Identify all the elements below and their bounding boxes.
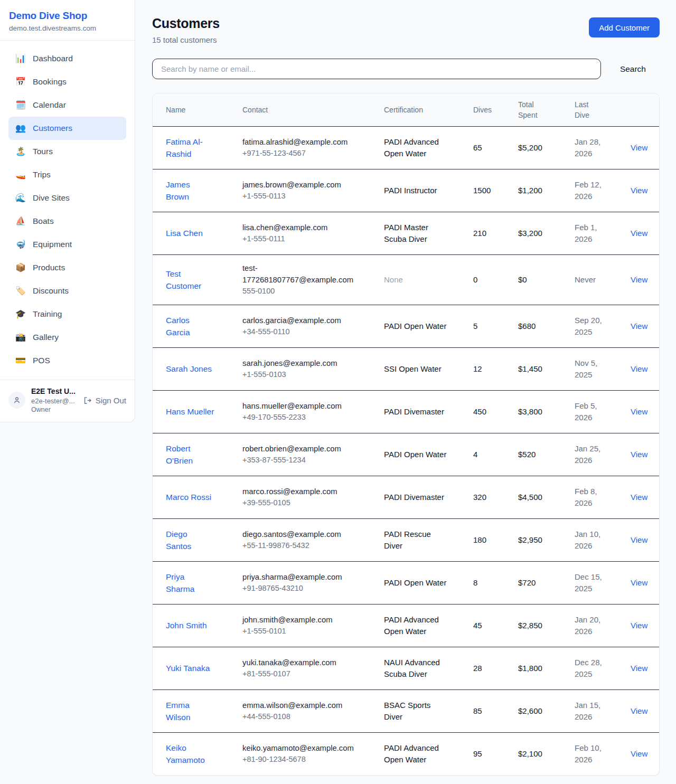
- sidebar-item-dashboard[interactable]: 📊 Dashboard: [8, 47, 126, 70]
- table-row: Carlos Garcia carlos.garcia@example.com …: [153, 305, 659, 347]
- customer-dives: 28: [473, 655, 518, 682]
- sidebar-item-pos[interactable]: 💳 POS: [8, 349, 126, 372]
- customer-email: diego.santos@example.com: [242, 528, 360, 540]
- sidebar-item-trips[interactable]: 🚤 Trips: [8, 163, 126, 186]
- customer-dives: 4: [473, 441, 518, 468]
- view-link[interactable]: View: [631, 322, 647, 330]
- customer-last-dive: Feb 12, 2026: [575, 172, 631, 210]
- customer-dives: 0: [473, 267, 518, 294]
- sidebar-item-products[interactable]: 📦 Products: [8, 256, 126, 279]
- search-button[interactable]: Search: [615, 60, 651, 78]
- view-link[interactable]: View: [631, 229, 647, 238]
- column-header-certification: Certification: [384, 99, 473, 120]
- diving-mask-icon: 🤿: [15, 240, 26, 249]
- sidebar-item-equipment[interactable]: 🤿 Equipment: [8, 233, 126, 256]
- customer-last-dive: Jan 25, 2026: [575, 436, 631, 474]
- column-header-contact: Contact: [242, 99, 384, 120]
- customer-email: james.brown@example.com: [242, 179, 360, 191]
- customer-name-link[interactable]: Fatima Al-Rashid: [166, 137, 203, 159]
- view-link[interactable]: View: [631, 664, 647, 673]
- customer-name-link[interactable]: Carlos Garcia: [166, 316, 190, 337]
- sidebar-item-boats[interactable]: ⛵ Boats: [8, 210, 126, 233]
- customer-certification: PADI Divemaster: [384, 399, 473, 426]
- view-link[interactable]: View: [631, 364, 647, 373]
- customer-dives: 12: [473, 356, 518, 383]
- sidebar-item-training[interactable]: 🎓 Training: [8, 303, 126, 326]
- sign-out-icon: [83, 396, 92, 405]
- customer-dives: 95: [473, 741, 518, 768]
- customer-email: test-1772681807767@example.com: [242, 262, 360, 286]
- view-link[interactable]: View: [631, 535, 647, 544]
- add-customer-button[interactable]: Add Customer: [589, 17, 660, 37]
- column-header-last-dive: Last Dive: [575, 94, 631, 126]
- customer-name-link[interactable]: Priya Sharma: [166, 572, 194, 594]
- customer-certification: PADI Open Water: [384, 570, 473, 597]
- sidebar-item-gallery[interactable]: 📸 Gallery: [8, 326, 126, 349]
- view-link[interactable]: View: [631, 450, 647, 459]
- view-link[interactable]: View: [631, 143, 647, 152]
- customer-total-spent: $1,800: [518, 655, 575, 682]
- view-link[interactable]: View: [631, 186, 647, 195]
- sidebar-item-dive-sites[interactable]: 🌊 Dive Sites: [8, 186, 126, 210]
- customer-email: marco.rossi@example.com: [242, 486, 360, 497]
- customer-name-link[interactable]: Keiko Yamamoto: [166, 743, 205, 765]
- view-link[interactable]: View: [631, 621, 647, 630]
- customer-phone: +81-90-1234-5678: [242, 754, 360, 766]
- customer-name-link[interactable]: James Brown: [166, 180, 190, 202]
- customer-total-spent: $680: [518, 313, 575, 340]
- customer-name-link[interactable]: Test Customer: [166, 269, 201, 291]
- customer-name-link[interactable]: John Smith: [166, 621, 207, 630]
- customer-name-link[interactable]: Diego Santos: [166, 530, 191, 551]
- view-link[interactable]: View: [631, 493, 647, 502]
- customer-email: john.smith@example.com: [242, 614, 360, 626]
- customer-email: sarah.jones@example.com: [242, 357, 360, 369]
- sidebar-item-customers[interactable]: 👥 Customers: [8, 117, 126, 140]
- customer-phone: +34-555-0110: [242, 326, 360, 338]
- customer-name-link[interactable]: Lisa Chen: [166, 229, 203, 238]
- sidebar-nav: 📊 Dashboard 📅 Bookings 🗓️ Calendar 👥 Cus…: [0, 41, 135, 380]
- customer-name-link[interactable]: Robert O'Brien: [166, 444, 193, 466]
- customer-email: fatima.alrashid@example.com: [242, 136, 360, 148]
- view-link[interactable]: View: [631, 749, 647, 758]
- view-link[interactable]: View: [631, 706, 647, 715]
- customer-certification: PADI Advanced Open Water: [384, 735, 473, 773]
- customer-name-link[interactable]: Sarah Jones: [166, 364, 212, 373]
- sidebar-item-discounts[interactable]: 🏷️ Discounts: [8, 279, 126, 303]
- search-input[interactable]: [152, 59, 601, 79]
- view-link[interactable]: View: [631, 275, 647, 284]
- customers-table: Name Contact Certification Dives Total S…: [152, 93, 660, 776]
- customer-phone: +353-87-555-1234: [242, 455, 360, 466]
- customer-email: yuki.tanaka@example.com: [242, 657, 360, 668]
- customer-certification: PADI Divemaster: [384, 484, 473, 511]
- customer-total-spent: $2,950: [518, 527, 575, 554]
- customer-last-dive: Sep 20, 2025: [575, 307, 631, 346]
- sign-out-button[interactable]: Sign Out: [83, 396, 126, 405]
- customer-dives: 320: [473, 484, 518, 511]
- view-link[interactable]: View: [631, 578, 647, 587]
- customer-email: hans.mueller@example.com: [242, 400, 360, 412]
- customer-name-link[interactable]: Marco Rossi: [166, 493, 211, 502]
- customer-certification: PADI Master Scuba Diver: [384, 214, 473, 253]
- sailboat-icon: ⛵: [15, 217, 26, 225]
- brand-link[interactable]: Demo Dive Shop: [9, 10, 126, 22]
- table-row: Sarah Jones sarah.jones@example.com +1-5…: [153, 347, 659, 390]
- customer-last-dive: Feb 5, 2026: [575, 393, 631, 431]
- spiral-calendar-icon: 🗓️: [15, 101, 26, 109]
- customer-name-link[interactable]: Emma Wilson: [166, 701, 191, 722]
- sidebar: Demo Dive Shop demo.test.divestreams.com…: [0, 0, 135, 422]
- customer-total-spent: $3,800: [518, 399, 575, 426]
- table-row: Fatima Al-Rashid fatima.alrashid@example…: [153, 126, 659, 169]
- customer-name-link[interactable]: Yuki Tanaka: [166, 664, 210, 673]
- customer-last-dive: Jan 10, 2026: [575, 521, 631, 560]
- view-link[interactable]: View: [631, 407, 647, 416]
- sidebar-item-calendar[interactable]: 🗓️ Calendar: [8, 93, 126, 117]
- customer-name-link[interactable]: Hans Mueller: [166, 407, 214, 416]
- customer-certification: PADI Instructor: [384, 177, 473, 204]
- customer-certification: NAUI Advanced Scuba Diver: [384, 649, 473, 688]
- customer-last-dive: Jan 15, 2026: [575, 692, 631, 731]
- customer-phone: +1-555-0113: [242, 191, 360, 202]
- customer-email: emma.wilson@example.com: [242, 700, 360, 711]
- sidebar-item-tours[interactable]: 🏝️ Tours: [8, 140, 126, 163]
- sidebar-item-bookings[interactable]: 📅 Bookings: [8, 70, 126, 93]
- customer-total-spent: $720: [518, 570, 575, 597]
